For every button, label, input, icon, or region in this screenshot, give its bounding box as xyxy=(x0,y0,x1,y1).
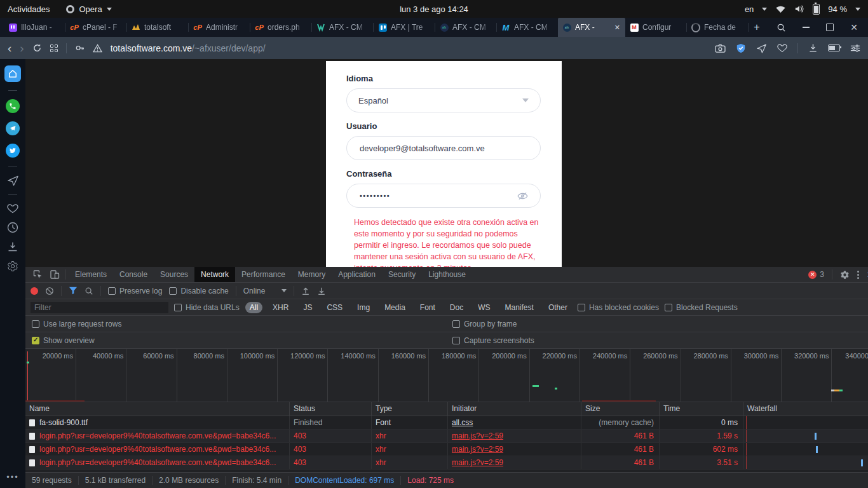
downloads-tray-icon[interactable] xyxy=(8,241,18,252)
maximize-button[interactable] xyxy=(826,24,834,31)
devtools-tab-performance[interactable]: Performance xyxy=(235,267,292,282)
speed-dial-icon[interactable] xyxy=(50,44,58,52)
tab-afx-active[interactable]: afx AFX - ✕ xyxy=(558,18,625,37)
sidebar-more-icon[interactable]: ••• xyxy=(6,472,19,482)
settings-gear-icon[interactable] xyxy=(7,261,18,272)
reload-button[interactable] xyxy=(32,43,42,53)
filter-pill-xhr[interactable]: XHR xyxy=(268,302,293,313)
hide-data-urls-checkbox[interactable]: Hide data URLs xyxy=(174,303,240,312)
table-row[interactable]: login.php?usr=developer9%40totalsoftware… xyxy=(25,443,868,456)
downloads-icon[interactable] xyxy=(808,43,818,53)
device-toolbar-icon[interactable] xyxy=(50,269,60,280)
blocked-requests-checkbox[interactable]: Blocked Requests xyxy=(665,303,738,312)
password-input[interactable] xyxy=(358,191,517,200)
table-row[interactable]: login.php?usr=developer9%40totalsoftware… xyxy=(25,456,868,470)
export-har-icon[interactable] xyxy=(317,287,326,295)
back-button[interactable]: ‹ xyxy=(8,41,11,55)
filter-pill-other[interactable]: Other xyxy=(544,302,572,313)
has-blocked-cookies-checkbox[interactable]: Has blocked cookies xyxy=(578,303,659,312)
app-menu[interactable]: Opera xyxy=(66,4,111,14)
tab-trello[interactable]: AFX | Tre xyxy=(374,18,435,37)
tab-configur[interactable]: M Configur xyxy=(625,18,686,37)
col-size[interactable]: Size xyxy=(581,402,660,416)
show-overview-checkbox[interactable]: Show overview xyxy=(32,336,95,345)
col-time[interactable]: Time xyxy=(660,402,743,416)
filter-pill-media[interactable]: Media xyxy=(380,302,410,313)
speed-dial-home-icon[interactable] xyxy=(4,65,21,82)
my-flow-icon[interactable] xyxy=(756,43,767,53)
bookmark-heart-icon[interactable] xyxy=(777,43,787,53)
filter-pill-manifest[interactable]: Manifest xyxy=(501,302,538,313)
new-tab-button[interactable]: + xyxy=(749,18,765,37)
col-waterfall[interactable]: Waterfall▲ xyxy=(743,402,868,416)
tab-fecha[interactable]: Fecha de xyxy=(687,18,748,37)
record-network-log-button[interactable] xyxy=(31,287,38,295)
tab-cpanel[interactable]: cP cPanel - F xyxy=(65,18,126,37)
system-clock[interactable]: lun 3 de ago 14:24 xyxy=(400,4,468,14)
close-window-button[interactable]: ✕ xyxy=(850,23,858,32)
keyboard-layout-indicator[interactable]: en xyxy=(745,4,754,14)
tab-orders[interactable]: cP orders.ph xyxy=(250,18,311,37)
tab-afx-cms-1[interactable]: AFX - CM xyxy=(312,18,373,37)
filter-pill-css[interactable]: CSS xyxy=(322,302,347,313)
col-status[interactable]: Status xyxy=(290,402,372,416)
tab-afx-cms-3[interactable]: M AFX - CM xyxy=(497,18,558,37)
table-header[interactable]: Name Status Type Initiator Size Time Wat… xyxy=(25,402,868,416)
initiator-link[interactable]: all.css xyxy=(448,416,581,429)
console-error-badge[interactable]: ✕ 3 xyxy=(808,270,824,279)
network-overview-timeline[interactable]: 20000 ms 40000 ms 60000 ms 80000 ms 1000… xyxy=(25,349,868,402)
col-name[interactable]: Name xyxy=(25,402,290,416)
filter-pill-ws[interactable]: WS xyxy=(473,302,494,313)
devtools-tab-memory[interactable]: Memory xyxy=(292,267,332,282)
disable-cache-checkbox[interactable]: Disable cache xyxy=(169,287,228,295)
toggle-password-eye-slash-icon[interactable] xyxy=(517,191,529,201)
whatsapp-icon[interactable] xyxy=(6,99,20,113)
filter-pill-font[interactable]: Font xyxy=(416,302,440,313)
easy-setup-sliders-icon[interactable] xyxy=(850,44,860,53)
group-by-frame-checkbox[interactable]: Group by frame xyxy=(452,320,517,329)
forward-button[interactable]: › xyxy=(20,41,24,55)
devtools-tab-sources[interactable]: Sources xyxy=(154,267,194,282)
chevron-down-icon[interactable] xyxy=(855,8,860,11)
site-key-icon[interactable] xyxy=(75,43,85,53)
tab-administr[interactable]: cP Administr xyxy=(189,18,250,37)
filter-pill-img[interactable]: Img xyxy=(353,302,374,313)
search-network-icon[interactable] xyxy=(85,287,93,295)
snapshot-camera-icon[interactable] xyxy=(715,44,726,53)
filter-funnel-icon[interactable] xyxy=(69,287,78,295)
filter-pill-doc[interactable]: Doc xyxy=(445,302,468,313)
flow-paper-plane-icon[interactable] xyxy=(7,175,19,186)
inspect-element-icon[interactable] xyxy=(32,269,43,280)
devtools-settings-gear-icon[interactable] xyxy=(840,270,850,280)
import-har-icon[interactable] xyxy=(301,287,310,295)
use-large-request-rows-checkbox[interactable]: Use large request rows xyxy=(32,320,121,329)
initiator-link[interactable]: main.js?v=2:59 xyxy=(448,443,581,456)
col-initiator[interactable]: Initiator xyxy=(448,402,581,416)
tab-totalsoftware[interactable]: totalsoft xyxy=(127,18,188,37)
tab-illojuan[interactable]: IlloJuan - xyxy=(4,18,65,37)
user-input[interactable] xyxy=(358,143,529,154)
table-row[interactable]: fa-solid-900.ttf Finished Font all.css (… xyxy=(25,416,868,430)
table-row[interactable]: login.php?usr=developer9%40totalsoftware… xyxy=(25,430,868,443)
col-type[interactable]: Type xyxy=(372,402,448,416)
url-field[interactable]: totalsoftware.com.ve/~afxuser/dev/app/ xyxy=(111,43,266,53)
devtools-tab-network[interactable]: Network xyxy=(194,267,235,282)
devtools-more-options-icon[interactable] xyxy=(857,271,859,279)
devtools-tab-security[interactable]: Security xyxy=(382,267,422,282)
clear-network-log-icon[interactable] xyxy=(45,287,54,295)
minimize-button[interactable] xyxy=(803,27,810,28)
language-select[interactable]: Español xyxy=(346,88,541,112)
search-icon[interactable] xyxy=(776,23,786,32)
twitter-icon[interactable] xyxy=(6,144,20,158)
devtools-tab-elements[interactable]: Elements xyxy=(69,267,113,282)
filter-pill-all[interactable]: All xyxy=(245,302,262,313)
preserve-log-checkbox[interactable]: Preserve log xyxy=(108,287,162,295)
battery-saver-icon[interactable] xyxy=(828,44,840,51)
initiator-link[interactable]: main.js?v=2:59 xyxy=(448,456,581,469)
filter-pill-js[interactable]: JS xyxy=(299,302,316,313)
throttling-select[interactable]: Online xyxy=(243,287,287,295)
devtools-tab-lighthouse[interactable]: Lighthouse xyxy=(422,267,472,282)
devtools-tab-console[interactable]: Console xyxy=(113,267,154,282)
adblock-shield-icon[interactable] xyxy=(736,43,746,53)
initiator-link[interactable]: main.js?v=2:59 xyxy=(448,430,581,442)
